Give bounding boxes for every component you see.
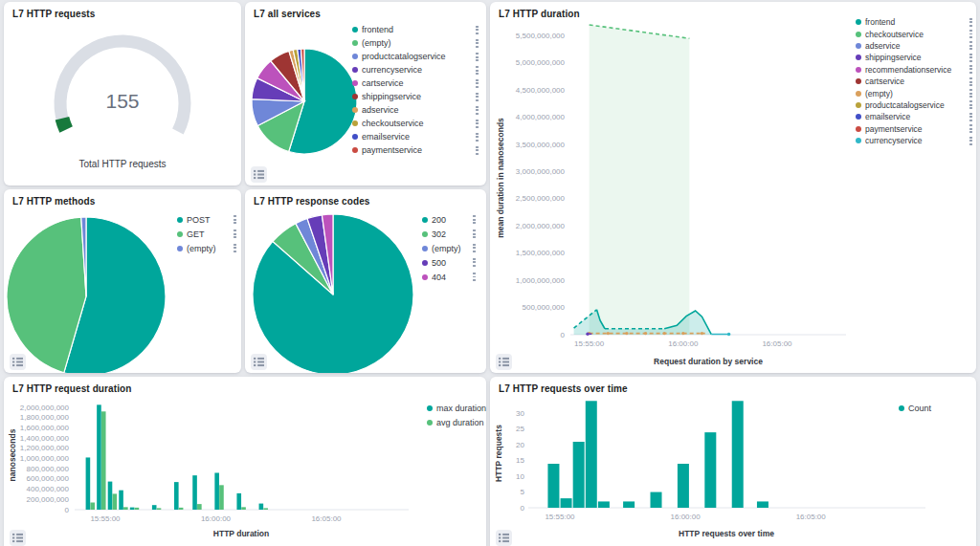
legend-actions-icon[interactable] xyxy=(473,215,476,224)
legend-actions-icon[interactable] xyxy=(476,53,479,61)
bar[interactable] xyxy=(113,493,118,510)
legend-label[interactable]: checkoutservice xyxy=(865,30,966,39)
legend-label[interactable]: frontend xyxy=(865,17,966,27)
legend-item[interactable]: emailservice xyxy=(856,111,972,122)
legend-item[interactable]: (empty) xyxy=(352,36,479,50)
legend-item[interactable]: max duration xyxy=(427,401,486,415)
legend-item[interactable]: cartservice xyxy=(856,76,972,87)
bar[interactable] xyxy=(123,507,128,510)
legend-label[interactable]: cartservice xyxy=(362,78,472,88)
legend-label[interactable]: 404 xyxy=(432,273,469,282)
legend-label[interactable]: GET xyxy=(187,229,230,239)
legend-item[interactable]: currencyservice xyxy=(856,135,972,146)
legend-item[interactable]: 500 xyxy=(422,255,476,270)
legend-label[interactable]: productcatalogservice xyxy=(865,100,966,110)
bar[interactable] xyxy=(90,503,95,510)
legend-item[interactable]: recommendationservice xyxy=(856,64,972,76)
bar[interactable] xyxy=(130,508,135,510)
legend-label[interactable]: (empty) xyxy=(865,89,966,98)
legend-actions-icon[interactable] xyxy=(476,93,479,101)
legend-item[interactable]: cartservice xyxy=(352,76,479,90)
legend-label[interactable]: emailservice xyxy=(362,132,472,142)
legend-label[interactable]: shippingservice xyxy=(362,92,472,101)
legend-item[interactable]: checkoutservice xyxy=(352,117,479,130)
legend-item[interactable]: paymentservice xyxy=(352,143,479,157)
legend-actions-icon[interactable] xyxy=(969,77,972,86)
legend-actions-icon[interactable] xyxy=(476,26,479,34)
bar[interactable] xyxy=(547,464,559,508)
bar[interactable] xyxy=(97,404,101,510)
bar[interactable] xyxy=(651,492,662,508)
legend-label[interactable]: recommendationservice xyxy=(865,65,966,75)
legend-label[interactable]: 302 xyxy=(432,229,469,239)
legend-item[interactable]: 404 xyxy=(422,270,476,284)
legend-toggle-button[interactable] xyxy=(10,354,26,370)
bar[interactable] xyxy=(263,508,268,510)
legend-label[interactable]: adservice xyxy=(362,105,472,115)
bar[interactable] xyxy=(586,401,597,508)
bar[interactable] xyxy=(241,507,246,510)
legend-item[interactable]: Count xyxy=(899,401,956,415)
bar[interactable] xyxy=(623,501,635,508)
legend-label[interactable]: (empty) xyxy=(362,38,472,48)
legend-label[interactable]: avg duration xyxy=(436,418,486,427)
legend-item[interactable]: 302 xyxy=(422,227,476,241)
bar[interactable] xyxy=(214,472,219,510)
legend-actions-icon[interactable] xyxy=(476,146,479,155)
bar[interactable] xyxy=(192,475,197,510)
legend-item[interactable]: paymentservice xyxy=(856,123,972,135)
legend-label[interactable]: paymentservice xyxy=(362,145,472,155)
legend-item[interactable]: currencyservice xyxy=(352,63,479,76)
legend-actions-icon[interactable] xyxy=(969,124,972,133)
bar[interactable] xyxy=(219,485,224,510)
legend-actions-icon[interactable] xyxy=(476,39,479,48)
legend-label[interactable]: cartservice xyxy=(865,76,966,86)
legend-item[interactable]: checkoutservice xyxy=(856,28,972,39)
legend-label[interactable]: 200 xyxy=(432,215,469,225)
legend-actions-icon[interactable] xyxy=(969,18,972,27)
legend-item[interactable]: shippingservice xyxy=(856,52,972,63)
legend-label[interactable]: frontend xyxy=(362,25,472,34)
legend-actions-icon[interactable] xyxy=(476,106,479,115)
legend-item[interactable]: avg duration xyxy=(427,415,486,429)
bar[interactable] xyxy=(179,508,184,510)
legend-actions-icon[interactable] xyxy=(476,120,479,128)
bar[interactable] xyxy=(573,442,585,508)
legend-actions-icon[interactable] xyxy=(969,113,972,121)
bar[interactable] xyxy=(174,482,179,510)
legend-toggle-button[interactable] xyxy=(496,530,512,546)
bar[interactable] xyxy=(86,457,91,510)
legend-label[interactable]: shippingservice xyxy=(865,53,966,62)
bar[interactable] xyxy=(259,504,264,510)
legend-item[interactable]: frontend xyxy=(352,23,479,36)
legend-item[interactable]: adservice xyxy=(856,40,972,52)
legend-label[interactable]: 500 xyxy=(432,258,469,268)
legend-label[interactable]: adservice xyxy=(865,41,966,51)
legend-label[interactable]: checkoutservice xyxy=(362,119,472,128)
bar[interactable] xyxy=(197,504,202,510)
legend-label[interactable]: productcatalogservice xyxy=(362,52,472,61)
legend-item[interactable]: (empty) xyxy=(422,241,476,255)
legend-actions-icon[interactable] xyxy=(234,244,236,252)
bar[interactable] xyxy=(678,464,689,508)
legend-actions-icon[interactable] xyxy=(969,30,972,38)
legend-item[interactable]: POST xyxy=(177,212,236,227)
bar[interactable] xyxy=(101,411,106,510)
bar[interactable] xyxy=(732,401,744,508)
legend-toggle-button[interactable] xyxy=(10,530,26,546)
bar[interactable] xyxy=(704,432,716,508)
legend-actions-icon[interactable] xyxy=(473,273,476,281)
legend-actions-icon[interactable] xyxy=(476,133,479,142)
bar[interactable] xyxy=(157,508,162,510)
legend-actions-icon[interactable] xyxy=(473,229,476,238)
legend-item[interactable]: frontend xyxy=(856,16,972,28)
bar[interactable] xyxy=(119,491,123,510)
bar[interactable] xyxy=(152,505,157,510)
legend-actions-icon[interactable] xyxy=(969,137,972,145)
legend-label[interactable]: currencyservice xyxy=(865,136,966,145)
legend-actions-icon[interactable] xyxy=(476,66,479,75)
bar[interactable] xyxy=(135,508,140,510)
legend-item[interactable]: (empty) xyxy=(856,87,972,98)
legend-label[interactable]: (empty) xyxy=(432,244,469,253)
legend-item[interactable]: shippingservice xyxy=(352,90,479,103)
